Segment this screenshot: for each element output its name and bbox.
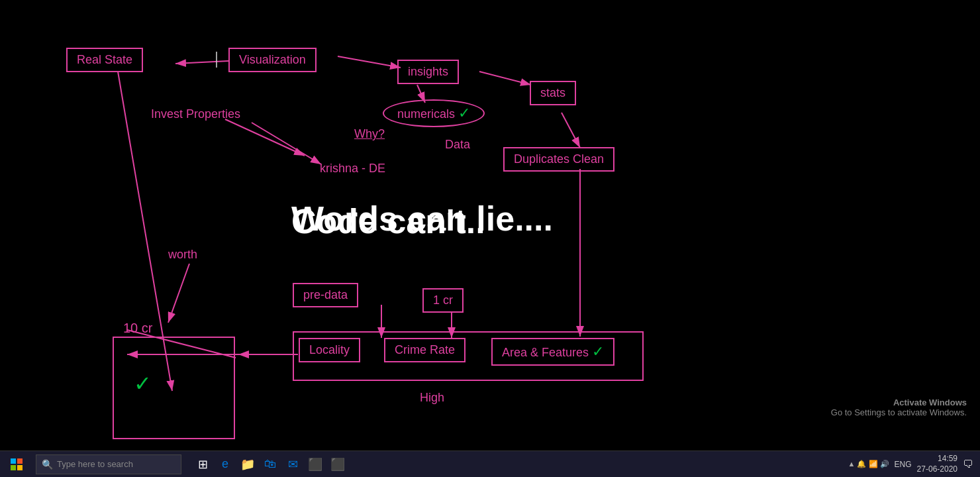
area-features-box: Area & Features ✓: [491, 338, 614, 366]
insights-box: insights: [397, 60, 459, 84]
task-view-icon[interactable]: ⊞: [195, 456, 211, 472]
text-cursor: [216, 52, 217, 68]
start-button[interactable]: [0, 451, 33, 478]
area-checkmark: ✓: [592, 343, 604, 360]
svg-rect-18: [17, 458, 23, 464]
svg-line-3: [338, 56, 401, 68]
activate-windows-notice: Activate Windows Go to Settings to activ…: [831, 398, 967, 417]
clock: 14:59: [917, 454, 957, 464]
visualization-box: Visualization: [228, 48, 317, 72]
activate-title: Activate Windows: [831, 398, 967, 407]
stats-box: stats: [530, 81, 576, 105]
bottom-left-box: ✓: [113, 337, 235, 439]
language-indicator: ENG: [895, 460, 912, 469]
taskbar: 🔍 Type here to search ⊞ e 📁 🛍 ✉ ⬛ ⬛ ▲ 🔔 …: [0, 450, 980, 477]
worth-label: worth: [168, 248, 197, 262]
locality-box: Locality: [299, 338, 360, 362]
taskbar-right: ▲ 🔔 📶 🔊 ENG 14:59 27-06-2020 🗨: [848, 454, 980, 474]
edge-icon[interactable]: e: [217, 456, 233, 472]
one-cr-box: 1 cr: [422, 288, 464, 313]
duplicates-clean-box: Duplicates Clean: [503, 147, 614, 172]
app1-icon[interactable]: ⬛: [307, 456, 323, 472]
numericals-oval: numericals ✓: [383, 99, 485, 127]
activate-subtitle: Go to Settings to activate Windows.: [831, 407, 967, 417]
crime-rate-box: Crime Rate: [384, 338, 466, 362]
file-explorer-icon[interactable]: 📁: [240, 456, 256, 472]
date: 27-06-2020: [917, 464, 957, 475]
mail-icon[interactable]: ✉: [285, 456, 301, 472]
svg-line-6: [562, 113, 580, 148]
real-state-box: Real State: [66, 48, 143, 72]
svg-line-5: [479, 72, 531, 85]
svg-line-2: [175, 61, 228, 64]
ten-cr-label: 10 cr: [123, 321, 152, 336]
why-label: Why?: [354, 127, 385, 141]
svg-rect-19: [11, 465, 16, 470]
krishna-de-label: krishna - DE: [320, 162, 385, 176]
taskbar-icons: ⊞ e 📁 🛍 ✉ ⬛ ⬛: [195, 456, 346, 472]
app2-icon[interactable]: ⬛: [330, 456, 346, 472]
store-icon[interactable]: 🛍: [262, 456, 278, 472]
notification-icon[interactable]: 🗨: [963, 458, 973, 470]
code-cant: Code can't..: [291, 201, 485, 241]
svg-line-16: [252, 123, 321, 164]
pre-data-box: pre-data: [293, 283, 358, 307]
search-placeholder: Type here to search: [57, 459, 133, 469]
invest-properties-label: Invest Properties: [151, 107, 240, 121]
high-label: High: [420, 391, 444, 405]
bottom-checkmark: ✓: [134, 371, 152, 396]
system-tray-icons: ▲ 🔔 📶 🔊: [848, 460, 889, 468]
svg-line-13: [225, 119, 305, 156]
taskbar-search[interactable]: 🔍 Type here to search: [36, 454, 181, 474]
numericals-checkmark: ✓: [458, 105, 470, 121]
data-label: Data: [445, 138, 470, 152]
svg-line-9: [168, 264, 189, 323]
svg-rect-17: [11, 458, 16, 464]
clock-date: 14:59 27-06-2020: [917, 454, 957, 474]
svg-rect-20: [17, 465, 23, 470]
